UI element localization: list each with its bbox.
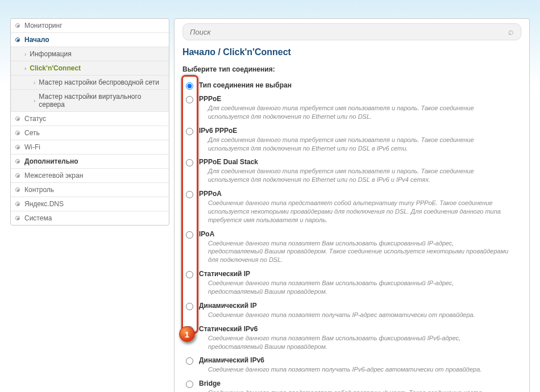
sidebar-label: Система [24,214,52,222]
sidebar-item-control[interactable]: Контроль [11,183,169,197]
radio-desc: Соединение данного типа позволяет получа… [199,311,521,319]
arrow-icon: › [24,65,26,72]
arrow-icon: › [34,80,35,86]
connection-type-group: 1 Тип соединения не выбран PPPoEДля соед… [182,79,521,392]
radio-input[interactable] [186,191,193,198]
radio-option-pppoe-dual[interactable]: PPPoE Dual StackДля соединения данного т… [182,156,521,187]
radio-title: Статический IPv6 [199,325,521,333]
arrow-icon: › [34,98,35,104]
breadcrumb: Начало / Click'n'Connect [182,47,521,57]
radio-title: Тип соединения не выбран [199,81,521,89]
sidebar-label: Статус [24,115,46,123]
radio-desc: Соединение данного типа представляет соб… [199,199,521,224]
radio-input[interactable] [186,357,193,365]
bullet-icon [15,23,20,28]
radio-title: IPv6 PPPoE [199,127,521,135]
radio-option-dynamic-ipv6[interactable]: Динамический IPv6Соединение данного типа… [182,354,521,377]
sidebar-item-firewall[interactable]: Межсетевой экран [11,169,169,183]
bullet-icon [15,131,20,135]
radio-title: Динамический IPv6 [199,356,521,364]
radio-desc: Соединение данного типа позволяет Вам ис… [199,334,521,351]
sidebar-label: Мастер настройки беспроводной сети [39,78,159,86]
sidebar-item-wireless-wizard[interactable]: ›Мастер настройки беспроводной сети [11,76,169,90]
radio-desc: Соединение данного типа позволяет Вам ис… [199,279,521,296]
radio-desc: Соединение данного типа представляет соб… [199,389,521,392]
sidebar-item-yandex-dns[interactable]: Яндекс.DNS [11,197,169,211]
bullet-icon [15,216,20,220]
sidebar-label: Дополнительно [24,157,78,165]
radio-input[interactable] [186,96,193,103]
radio-input[interactable] [186,381,193,388]
bullet-icon [15,202,20,206]
arrow-icon: › [24,51,26,57]
bullet-icon [15,173,20,178]
sidebar-item-clicknconnect[interactable]: ›Click'n'Connect [11,61,169,76]
bullet-icon [15,145,20,149]
radio-option-bridge[interactable]: BridgeСоединение данного типа представля… [182,377,521,392]
sidebar-item-virtual-server-wizard[interactable]: ›Мастер настройки виртуального сервера [11,90,169,112]
radio-desc: Соединение данного типа позволяет получа… [199,365,521,374]
sidebar-item-network[interactable]: Сеть [11,126,169,140]
radio-option-pppoa[interactable]: PPPoAСоединение данного типа представляе… [182,187,521,228]
sidebar-item-monitoring[interactable]: Мониторинг [11,19,169,33]
radio-desc: Для соединения данного типа требуется им… [199,136,521,153]
sidebar-item-information[interactable]: ›Информация [11,47,169,61]
radio-option-ipv6-pppoe[interactable]: IPv6 PPPoEДля соединения данного типа тр… [182,124,521,156]
sidebar-label: Информация [30,50,71,58]
radio-input[interactable] [186,128,193,135]
radio-title: PPPoE Dual Stack [199,158,521,166]
sidebar-item-advanced[interactable]: Дополнительно [11,155,169,169]
bullet-icon [15,159,20,164]
radio-title: Динамический IP [199,302,521,310]
sidebar-label: Мониторинг [24,22,63,30]
search-bar: ⌕ [182,23,521,40]
radio-option-dynamic-ip[interactable]: Динамический IPСоединение данного типа п… [182,299,521,323]
radio-title: Статический IP [199,270,521,278]
radio-input[interactable] [186,231,193,239]
prompt-label: Выберите тип соединения: [182,65,521,73]
radio-option-static-ipv6[interactable]: Статический IPv6Соединение данного типа … [182,323,521,355]
sidebar-item-status[interactable]: Статус [11,112,169,126]
radio-title: Bridge [199,380,521,387]
main-panel: ⌕ Начало / Click'n'Connect Выберите тип … [174,18,530,392]
radio-title: PPPoA [199,190,521,198]
radio-input[interactable] [186,271,193,278]
radio-desc: Для соединения данного типа требуется им… [199,167,521,184]
search-icon[interactable]: ⌕ [508,27,514,37]
radio-desc: Для соединения данного типа требуется им… [199,104,521,121]
radio-title: PPPoE [199,95,521,103]
radio-desc: Соединение данного типа позволяет Вам ис… [199,239,521,265]
sidebar-label: Контроль [24,186,54,194]
sidebar-item-system[interactable]: Система [11,211,169,225]
sidebar-label: Мастер настройки виртуального сервера [39,93,164,109]
radio-option-static-ip[interactable]: Статический IPСоединение данного типа по… [182,268,521,299]
sidebar-item-wifi[interactable]: Wi-Fi [11,140,169,155]
radio-title: IPoA [199,230,521,238]
radio-option-none[interactable]: Тип соединения не выбран [182,79,521,93]
sidebar-item-start[interactable]: Начало [11,33,169,47]
sidebar: Мониторинг Начало ›Информация ›Click'n'C… [10,18,169,226]
sidebar-label: Сеть [24,129,40,137]
radio-input[interactable] [186,82,193,90]
sidebar-label: Click'n'Connect [30,64,81,72]
radio-option-pppoe[interactable]: PPPoEДля соединения данного типа требует… [182,93,521,124]
sidebar-label: Межсетевой экран [24,172,83,180]
bullet-icon [15,187,20,192]
radio-input[interactable] [186,159,193,166]
bullet-icon [15,116,20,121]
sidebar-label: Wi-Fi [24,143,40,151]
radio-input[interactable] [186,326,193,333]
bullet-icon [15,37,20,42]
radio-input[interactable] [186,303,193,310]
search-input[interactable] [190,28,508,36]
sidebar-label: Начало [24,36,49,44]
radio-option-ipoa[interactable]: IPoAСоединение данного типа позволяет Ва… [182,228,521,268]
sidebar-label: Яндекс.DNS [24,200,64,208]
